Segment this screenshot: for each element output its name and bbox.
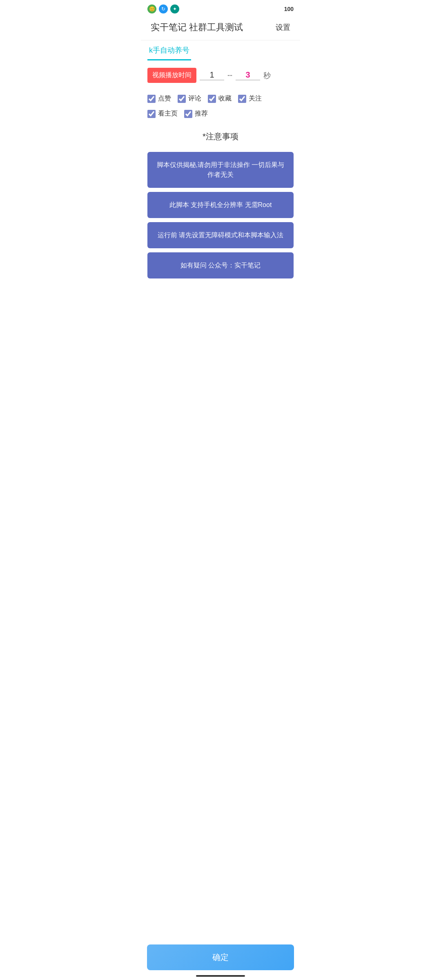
checkbox-item-profile: 看主页 bbox=[147, 109, 178, 118]
checkbox-recommend-label: 推荐 bbox=[195, 109, 208, 118]
main-content: 视频播放时间 -- 秒 点赞 评论 收藏 关注 看主页 推荐 bbox=[141, 61, 300, 322]
checkbox-collect[interactable] bbox=[208, 95, 216, 103]
checkbox-collect-label: 收藏 bbox=[218, 94, 232, 103]
checkbox-item-recommend: 推荐 bbox=[184, 109, 208, 118]
info-card-4-text: 如有疑问 公众号：实干笔记 bbox=[180, 262, 261, 269]
checkbox-row: 点赞 评论 收藏 关注 看主页 推荐 bbox=[147, 91, 294, 121]
info-card-3: 运行前 请先设置无障碍模式和本脚本输入法 bbox=[147, 222, 294, 248]
checkbox-follow-label: 关注 bbox=[249, 94, 262, 103]
refresh-icon: ↻ bbox=[159, 4, 168, 13]
checkbox-comment[interactable] bbox=[178, 95, 186, 103]
status-icons: 😊 ↻ ✦ bbox=[147, 4, 179, 13]
info-card-1: 脚本仅供揭秘,请勿用于非法操作 一切后果与作者无关 bbox=[147, 152, 294, 188]
settings-button[interactable]: 设置 bbox=[276, 22, 290, 32]
checkbox-item-follow: 关注 bbox=[238, 94, 262, 103]
tab-bar: k手自动养号 bbox=[141, 40, 300, 61]
info-card-2: 此脚本 支持手机全分辨率 无需Root bbox=[147, 192, 294, 218]
time-unit: 秒 bbox=[263, 71, 271, 80]
confirm-button[interactable]: 确定 bbox=[147, 944, 294, 970]
checkbox-item-collect: 收藏 bbox=[208, 94, 232, 103]
home-indicator bbox=[196, 975, 245, 977]
info-card-1-text: 脚本仅供揭秘,请勿用于非法操作 一切后果与作者无关 bbox=[157, 161, 285, 178]
notice-title: *注意事项 bbox=[147, 131, 294, 142]
time-separator: -- bbox=[227, 71, 232, 80]
checkbox-recommend[interactable] bbox=[184, 110, 192, 118]
video-time-max-input[interactable] bbox=[236, 70, 260, 80]
checkbox-profile[interactable] bbox=[147, 110, 156, 118]
battery-indicator: 100 bbox=[284, 6, 294, 12]
app-header: 实干笔记 社群工具测试 设置 bbox=[141, 18, 300, 40]
info-card-2-text: 此脚本 支持手机全分辨率 无需Root bbox=[169, 201, 272, 208]
checkbox-like[interactable] bbox=[147, 95, 156, 103]
checkbox-comment-label: 评论 bbox=[188, 94, 201, 103]
checkbox-profile-label: 看主页 bbox=[158, 109, 178, 118]
shield-icon: ✦ bbox=[170, 4, 179, 13]
info-card-3-text: 运行前 请先设置无障碍模式和本脚本输入法 bbox=[158, 232, 283, 238]
video-time-label: 视频播放时间 bbox=[147, 68, 196, 83]
checkbox-item-like: 点赞 bbox=[147, 94, 171, 103]
checkbox-follow[interactable] bbox=[238, 95, 246, 103]
emoji-icon: 😊 bbox=[147, 4, 156, 13]
video-time-min-input[interactable] bbox=[200, 70, 224, 80]
checkbox-like-label: 点赞 bbox=[158, 94, 171, 103]
checkbox-item-comment: 评论 bbox=[178, 94, 201, 103]
info-card-4: 如有疑问 公众号：实干笔记 bbox=[147, 252, 294, 278]
video-time-row: 视频播放时间 -- 秒 bbox=[147, 68, 294, 83]
status-bar: 😊 ↻ ✦ 100 bbox=[141, 0, 300, 18]
app-title: 实干笔记 社群工具测试 bbox=[151, 21, 243, 33]
tab-auto-raise[interactable]: k手自动养号 bbox=[147, 40, 191, 60]
